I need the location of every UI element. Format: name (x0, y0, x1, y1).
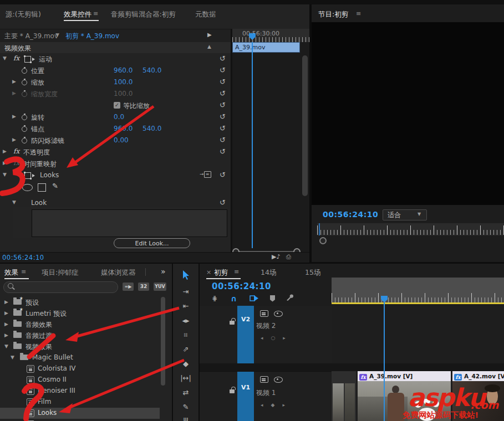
effect-row-antiflicker[interactable]: ▶ 防闪烁滤镜 0.00 ↺ (0, 135, 231, 147)
lock-open-icon[interactable] (230, 321, 235, 325)
chevron-right-icon[interactable]: ▶ (12, 79, 16, 84)
effects-search-field[interactable] (3, 281, 118, 293)
effect-row-anchor[interactable]: 锚点 960.0 540.0 ↺ (0, 123, 231, 135)
effect-row-rotation[interactable]: ▶ 旋转 0.0 ↺ (0, 111, 231, 124)
program-ruler[interactable] (317, 223, 504, 235)
clip-label-bar[interactable]: fxA_39.mov [V] (358, 371, 451, 381)
effect-row-time-remap[interactable]: ▶ fx 时间重映射 (0, 158, 231, 170)
stopwatch-icon[interactable] (22, 115, 27, 120)
tab-media-browser[interactable]: 媒体浏览器 (101, 268, 136, 278)
effect-row-position[interactable]: 位置 960.0 540.0 ↺ (0, 65, 231, 77)
panel-menu-icon[interactable]: ≡ (356, 10, 361, 17)
effect-row-scale[interactable]: ▶ 缩放 100.0 ↺ (0, 76, 231, 89)
tab-project[interactable]: 项目:抑郁症 (42, 268, 79, 278)
param-value[interactable]: 0.0 (114, 113, 124, 121)
rect-mask-icon[interactable] (38, 183, 46, 192)
tree-item-looks[interactable]: Looks (0, 408, 160, 419)
badge-32bit[interactable]: 32 (138, 283, 149, 291)
chevron-down-icon[interactable]: ▼ (55, 32, 59, 38)
play-arrow-icon[interactable]: ▶ (207, 32, 212, 38)
reset-icon[interactable]: ↺ (220, 124, 226, 132)
video-effects-header[interactable]: 视频效果 ▲ (0, 42, 231, 54)
slide-tool[interactable]: ⇄ (173, 387, 198, 400)
linked-selection-icon[interactable] (250, 295, 259, 304)
chevron-right-icon[interactable]: ▶ (4, 332, 8, 338)
lane-v2[interactable] (332, 306, 504, 364)
hand-tool[interactable]: ψ (173, 413, 198, 421)
ripple-edit-tool[interactable]: ◂▸ (173, 315, 198, 328)
pen-mask-icon[interactable]: ✎ (52, 182, 58, 190)
effect-row-motion[interactable]: ▼ fx 运动 ↺ (0, 53, 231, 65)
stopwatch-icon[interactable] (22, 126, 27, 132)
tab-close-icon[interactable]: × (206, 269, 211, 276)
tree-item-video-effects[interactable]: ▼视频效果 (0, 341, 160, 352)
keyframe-nav[interactable]: ◂○▸ (261, 335, 293, 341)
mini-clip-bar[interactable]: A_39.mov (232, 42, 300, 53)
tree-item-cosmo[interactable]: Cosmo II (0, 374, 160, 386)
pen-tool[interactable]: ✎ (173, 401, 198, 414)
effects-tree-scrollbar[interactable] (161, 297, 165, 386)
program-playhead[interactable] (319, 223, 320, 235)
export-frame-icon[interactable]: ⎙ (286, 253, 291, 260)
sync-lock-icon[interactable] (260, 376, 268, 383)
sequence-clip-label[interactable]: 初剪 * A_39.mov (65, 32, 119, 41)
param-value-y[interactable]: 540.0 (142, 66, 161, 74)
param-value[interactable]: 0.00 (114, 136, 129, 144)
timeline-timecode[interactable]: 00:56:24:10 (212, 281, 271, 291)
stopwatch-icon[interactable] (22, 68, 27, 74)
ellipse-mask-icon[interactable] (22, 184, 33, 191)
badge-yuv[interactable]: YUV (154, 283, 166, 291)
track-header-v2[interactable]: V2 视频 2 ◂○▸ (200, 306, 332, 364)
panel-menu-icon[interactable]: ≡ (93, 10, 98, 17)
rate-stretch-tool[interactable]: ⇗ (173, 343, 198, 357)
track-name[interactable]: 视频 2 (256, 321, 276, 331)
lock-open-icon[interactable] (230, 389, 235, 393)
track-select-backward-tool[interactable]: ⇤ (173, 300, 198, 314)
panel-menu-icon[interactable]: ≡ (234, 268, 239, 275)
chevron-down-icon[interactable]: ▼ (12, 199, 16, 205)
tab-effect-controls[interactable]: 效果控件 (64, 10, 91, 19)
tree-item-clipped[interactable] (0, 419, 160, 421)
tree-item-lumetri-presets[interactable]: ▶★Lumetri 预设 (0, 308, 160, 319)
setup-icon[interactable]: →≡ (200, 171, 211, 178)
chevron-down-icon[interactable]: ▼ (3, 172, 7, 177)
marker-icon[interactable] (269, 295, 276, 304)
stopwatch-icon[interactable] (22, 138, 27, 143)
effect-row-uniform-scale[interactable]: ✓ 等比缩放 ↺ (0, 100, 231, 112)
reset-icon[interactable]: ↺ (220, 112, 226, 121)
insert-patch-icon[interactable]: ⋕ (212, 295, 217, 302)
tab-effects[interactable]: 效果 (4, 268, 18, 278)
track-target-v2[interactable]: V2 (237, 306, 254, 363)
effect-row-looks[interactable]: ▼ Looks →≡ ↺ (0, 170, 231, 182)
param-value-x[interactable]: 960.0 (114, 66, 133, 74)
tree-item-colorista[interactable]: Colorista IV (0, 363, 160, 374)
reset-icon[interactable]: ↺ (220, 171, 226, 179)
panel-overflow-chevrons[interactable]: » (161, 267, 166, 276)
tab-sequence[interactable]: 初剪 (214, 268, 228, 278)
chevron-right-icon[interactable]: ▶ (3, 148, 7, 154)
track-visibility-eye-icon[interactable] (274, 377, 283, 383)
razor-tool[interactable]: ◆ (173, 358, 198, 371)
master-clip-label[interactable]: 主要 * A_39.mov (4, 32, 58, 41)
reset-icon[interactable]: ↺ (220, 198, 226, 207)
chevron-down-icon[interactable]: ▼ (11, 355, 14, 360)
mini-vscrollbar[interactable] (302, 55, 308, 196)
chevron-down-icon[interactable]: ▼ (3, 55, 7, 61)
accelerated-effects-badge[interactable]: ≡▶ (123, 283, 134, 291)
program-video-area[interactable] (312, 22, 504, 205)
wrench-icon[interactable] (286, 294, 293, 304)
play-audio-icon[interactable]: ▶♪ (272, 253, 280, 260)
sync-lock-icon[interactable] (260, 310, 268, 317)
track-name[interactable]: 视频 1 (256, 388, 276, 398)
reset-icon[interactable]: ↺ (220, 89, 226, 97)
chevron-right-icon[interactable]: ▶ (4, 321, 8, 327)
fx-icon[interactable]: fx (13, 54, 19, 62)
timeline-playhead-line[interactable] (384, 302, 385, 421)
snap-magnet-icon[interactable]: ∩ (231, 294, 237, 303)
ec-timecode[interactable]: 00:56:24:10 (2, 254, 44, 261)
track-header-v1[interactable]: V1 视频 1 ◂◆▸ (200, 371, 332, 421)
rolling-edit-tool[interactable]: ⌗ (173, 329, 198, 342)
tab-source-monitor[interactable]: 源:(无剪辑) (6, 10, 41, 19)
chevron-down-icon[interactable]: ▼ (4, 343, 8, 349)
mini-ruler[interactable]: 00:56:30:00 (232, 29, 309, 42)
